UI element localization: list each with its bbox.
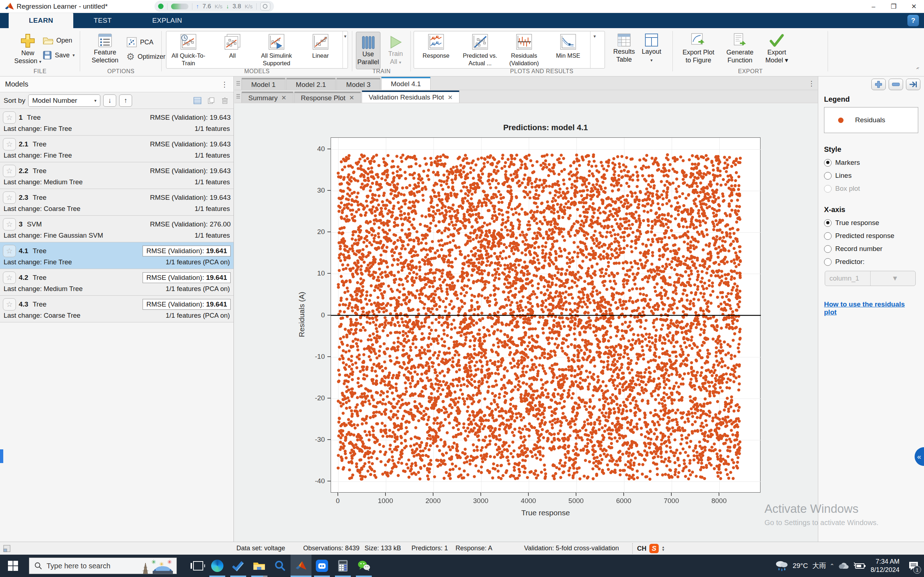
toggle-pill-icon[interactable]: [171, 3, 188, 10]
model-row-4.2[interactable]: ☆4.2TreeRMSE (Validation): 19.641Last ch…: [0, 269, 234, 296]
model-row-3[interactable]: ☆3SVMRMSE (Validation): 276.00Last chang…: [0, 216, 234, 242]
action-center-button[interactable]: 1: [905, 554, 922, 577]
sort-descending-button[interactable]: ↓: [103, 95, 116, 107]
model-row-4.3[interactable]: ☆4.3TreeRMSE (Validation): 19.641Last ch…: [0, 296, 234, 322]
models-gallery-item-2[interactable]: All SimulinkSupported: [254, 31, 299, 68]
radio-icon[interactable]: [824, 172, 832, 180]
models-panel-menu-icon[interactable]: ⋮: [221, 80, 228, 89]
export-model-button[interactable]: ExportModel ▾: [759, 32, 794, 64]
doc-tab-model-2-1[interactable]: Model 2.1: [286, 78, 336, 90]
plot-area[interactable]: [331, 137, 761, 493]
tray-date[interactable]: 8/12/2024: [871, 566, 900, 574]
doc-tab-model-3[interactable]: Model 3: [336, 78, 380, 90]
dock-panel-icon[interactable]: [3, 545, 11, 553]
xaxis-option-predictor-[interactable]: Predictor:: [824, 258, 918, 266]
close-button[interactable]: ✕: [904, 0, 924, 13]
radio-icon[interactable]: [824, 232, 832, 240]
list-view-button[interactable]: [192, 96, 202, 105]
taskbar-explorer[interactable]: [249, 554, 270, 577]
taskbar-matlab[interactable]: [291, 554, 312, 577]
zoom-in-button[interactable]: [871, 79, 886, 90]
radio-icon[interactable]: [824, 219, 832, 227]
models-gallery-dropdown[interactable]: ▾: [342, 31, 347, 68]
favorite-star-icon[interactable]: ☆: [3, 138, 16, 150]
taskbar-search-box[interactable]: Type here to search ✳ ✳ ✳: [29, 558, 177, 574]
style-option-lines[interactable]: Lines: [824, 172, 918, 180]
pca-button[interactable]: PCA: [126, 37, 153, 48]
style-option-markers[interactable]: Markers: [824, 159, 918, 167]
open-button[interactable]: Open: [43, 36, 72, 45]
model-row-1[interactable]: ☆1TreeRMSE (Validation): 19.643Last chan…: [0, 109, 234, 135]
plots-gallery-item-1[interactable]: Predicted vs.Actual ...: [458, 31, 502, 68]
tray-temperature[interactable]: 29°C: [793, 562, 808, 570]
plots-gallery-item-0[interactable]: Response: [414, 31, 458, 68]
use-parallel-button[interactable]: UseParallel: [356, 32, 380, 69]
generate-function-button[interactable]: GenerateFunction: [722, 32, 758, 64]
radio-icon[interactable]: [824, 185, 832, 193]
ribbon-tab-explain[interactable]: EXPLAIN: [132, 13, 202, 28]
export-plot-button[interactable]: Export Plotto Figure: [678, 32, 718, 64]
close-tab-icon[interactable]: ✕: [349, 94, 354, 102]
doc-tab-model-1[interactable]: Model 1: [241, 78, 286, 90]
radio-icon[interactable]: [824, 159, 832, 167]
model-row-2.2[interactable]: ☆2.2TreeRMSE (Validation): 19.643Last ch…: [0, 162, 234, 189]
taskbar-search-app[interactable]: [270, 554, 291, 577]
ime-language[interactable]: CH: [637, 545, 646, 553]
taskbar-chat-app[interactable]: [312, 554, 333, 577]
feature-selection-button[interactable]: FeatureSelection: [85, 32, 125, 64]
zoom-out-button[interactable]: [888, 79, 903, 90]
close-tab-icon[interactable]: ✕: [447, 94, 452, 102]
dock-figure-button[interactable]: [906, 79, 921, 90]
help-button[interactable]: ?: [908, 15, 919, 26]
optimizer-button[interactable]: ⚙ Optimizer: [126, 51, 165, 62]
tray-overflow-chevron-icon[interactable]: ⌃: [830, 562, 835, 569]
delete-model-button[interactable]: [220, 96, 230, 105]
doc-tabs-menu-icon[interactable]: ⋮: [808, 79, 815, 88]
style-option-box-plot[interactable]: Box plot: [824, 185, 918, 193]
ime-arrows-icon[interactable]: ▲▼: [662, 546, 665, 551]
favorite-star-icon[interactable]: ☆: [3, 165, 16, 177]
residuals-help-link[interactable]: How to use the residuals plot: [824, 300, 918, 316]
ribbon-tab-learn[interactable]: LEARN: [9, 13, 73, 28]
sogou-ime-icon[interactable]: S: [649, 544, 659, 553]
docked-panel-tab[interactable]: [0, 449, 3, 463]
favorite-star-icon[interactable]: ☆: [3, 192, 16, 204]
input-method-toolbar[interactable]: CH S ▲▼: [632, 543, 665, 554]
sort-ascending-button[interactable]: ↑: [119, 95, 132, 107]
model-row-2.1[interactable]: ☆2.1TreeRMSE (Validation): 19.643Last ch…: [0, 135, 234, 162]
new-session-button[interactable]: New Session ▾: [8, 32, 48, 66]
favorite-star-icon[interactable]: ☆: [3, 111, 16, 124]
tray-weather-text[interactable]: 大雨: [813, 561, 826, 571]
model-row-2.3[interactable]: ☆2.3TreeRMSE (Validation): 19.643Last ch…: [0, 189, 234, 216]
net-speed-widget[interactable]: ↑ 7.6 K/s ↓ 3.8 K/s: [155, 1, 274, 12]
residuals-scatter-canvas[interactable]: [331, 138, 761, 493]
save-button[interactable]: Save▾: [43, 50, 75, 60]
taskbar-todo[interactable]: [228, 554, 249, 577]
models-gallery-item-3[interactable]: Linear: [299, 31, 342, 68]
train-all-button[interactable]: TrainAll ▾: [383, 32, 408, 66]
favorite-star-icon[interactable]: ☆: [3, 298, 16, 311]
battery-power-icon[interactable]: [853, 562, 866, 570]
close-tab-icon[interactable]: ✕: [281, 94, 286, 102]
taskbar-calculator[interactable]: [333, 554, 353, 577]
models-gallery-item-1[interactable]: All: [210, 31, 254, 68]
favorite-star-icon[interactable]: ☆: [3, 272, 16, 284]
start-button[interactable]: [0, 554, 26, 577]
plot-tab-summary[interactable]: Summary✕: [241, 92, 294, 103]
plots-gallery-item-2[interactable]: Residuals(Validation): [502, 31, 546, 68]
radio-icon[interactable]: [824, 258, 832, 266]
xaxis-option-record-number[interactable]: Record number: [824, 245, 918, 253]
plots-gallery-item-3[interactable]: Min MSE: [546, 31, 590, 68]
radio-icon[interactable]: [824, 245, 832, 253]
layout-button[interactable]: Layout▾: [639, 32, 664, 64]
doc-tab-model-4-1[interactable]: Model 4.1: [381, 77, 431, 90]
maximize-button[interactable]: ❐: [884, 0, 904, 13]
models-gallery-item-0[interactable]: All Quick-To-Train: [166, 31, 210, 68]
sort-by-dropdown[interactable]: Model Number▾: [28, 95, 100, 107]
task-view-icon[interactable]: [190, 560, 206, 572]
xaxis-option-predicted-response[interactable]: Predicted response: [824, 232, 918, 240]
screenshot-camera-icon[interactable]: [260, 2, 270, 10]
plot-tab-response-plot[interactable]: Response Plot✕: [294, 92, 361, 103]
model-row-4.1[interactable]: ☆4.1TreeRMSE (Validation): 19.641Last ch…: [0, 242, 234, 269]
plots-gallery-dropdown[interactable]: ▾: [590, 31, 599, 68]
